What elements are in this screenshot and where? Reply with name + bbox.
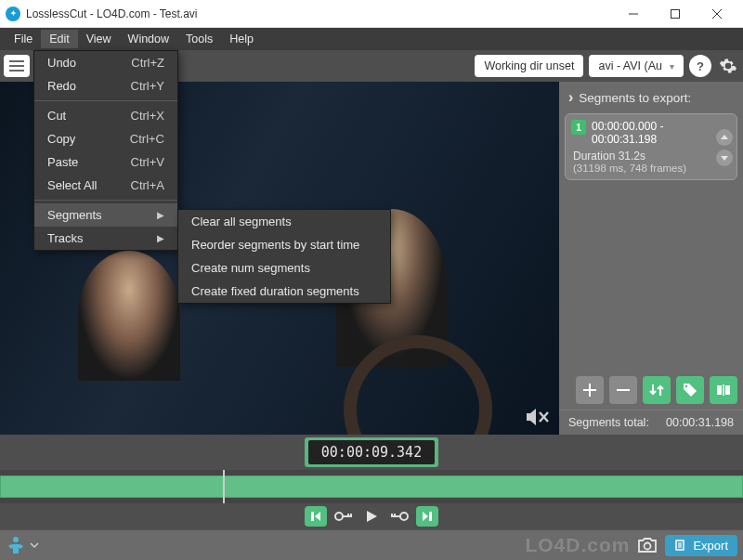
submenu-clear-segments[interactable]: Clear all segments <box>178 210 390 233</box>
menu-paste[interactable]: PasteCtrl+V <box>34 150 177 174</box>
segment-index: 1 <box>571 120 586 135</box>
timecode-display[interactable]: 00:00:09.342 <box>305 437 438 467</box>
settings-button[interactable] <box>717 55 739 77</box>
mark-out-icon <box>421 510 434 523</box>
plus-icon <box>581 382 598 398</box>
export-button[interactable]: Export <box>665 535 737 556</box>
maximize-button[interactable] <box>654 1 696 27</box>
minus-icon <box>615 382 632 398</box>
person-icon <box>6 535 26 555</box>
svg-rect-8 <box>717 385 722 395</box>
timecode-value: 00:00:09.342 <box>308 440 435 464</box>
mark-out-button[interactable] <box>416 506 438 527</box>
segment-move-up[interactable] <box>716 129 733 146</box>
window-title: LosslessCut - LO4D.com - Test.avi <box>26 7 612 20</box>
arrow-up-icon <box>720 133 729 142</box>
edit-menu-dropdown: UndoCtrl+Z RedoCtrl+Y CutCtrl+X CopyCtrl… <box>33 50 178 251</box>
bottombar: LO4D.com Export <box>0 529 743 560</box>
timecode-row: 00:00:09.342 <box>0 435 743 470</box>
tag-segment-button[interactable] <box>676 376 704 404</box>
arrow-down-icon <box>720 153 729 163</box>
svg-rect-1 <box>671 9 679 18</box>
close-button[interactable] <box>696 1 737 27</box>
svg-point-7 <box>685 385 688 388</box>
timeline[interactable] <box>0 470 743 503</box>
svg-point-15 <box>400 513 408 520</box>
menu-help[interactable]: Help <box>221 30 262 48</box>
svg-rect-17 <box>391 514 393 517</box>
menu-redo[interactable]: RedoCtrl+Y <box>34 74 177 98</box>
prev-keyframe-button[interactable] <box>332 506 355 527</box>
sort-segments-button[interactable] <box>643 376 671 404</box>
svg-rect-14 <box>350 514 352 517</box>
svg-rect-10 <box>723 384 724 396</box>
hamburger-button[interactable] <box>4 55 30 77</box>
sort-icon <box>649 383 664 397</box>
menu-segments[interactable]: Segments▶ <box>34 203 177 227</box>
segments-total-value: 00:00:31.198 <box>666 416 734 429</box>
segment-move-down[interactable] <box>716 150 733 166</box>
segment-frames: (31198 ms, 748 frames) <box>573 163 729 174</box>
help-button[interactable]: ? <box>689 55 711 77</box>
menu-tools[interactable]: Tools <box>177 30 221 48</box>
simple-mode-button[interactable] <box>6 535 26 555</box>
segments-sidebar: Segments to export: 1 00:00:00.000 - 00:… <box>559 82 743 435</box>
submenu-create-fixed-segments[interactable]: Create fixed duration segments <box>178 280 390 303</box>
svg-rect-18 <box>394 514 396 517</box>
app-icon: ✦ <box>6 7 20 21</box>
segment-times: 00:00:00.000 - 00:00:31.198 <box>592 120 729 146</box>
menu-select-all[interactable]: Select AllCtrl+A <box>34 174 177 197</box>
transport-controls <box>0 503 743 529</box>
key-prev-icon <box>334 511 353 522</box>
next-keyframe-button[interactable] <box>388 506 411 527</box>
svg-rect-13 <box>347 514 349 517</box>
titlebar: ✦ LosslessCut - LO4D.com - Test.avi <box>0 0 743 28</box>
svg-point-19 <box>13 537 19 542</box>
menu-copy[interactable]: CopyCtrl+C <box>34 127 177 150</box>
menu-tracks[interactable]: Tracks▶ <box>34 227 177 250</box>
svg-point-20 <box>645 543 651 550</box>
segment-tools <box>559 371 743 410</box>
segments-total-label: Segments total: <box>568 416 649 429</box>
submenu-create-num-segments[interactable]: Create num segments <box>178 256 390 280</box>
svg-rect-9 <box>725 385 730 395</box>
segments-total: Segments total: 00:00:31.198 <box>559 410 743 435</box>
split-icon <box>716 383 731 397</box>
mute-button[interactable] <box>526 407 550 427</box>
working-dir-button[interactable]: Working dir unset <box>475 55 583 77</box>
export-label: Export <box>693 539 728 553</box>
gear-icon <box>719 57 737 75</box>
capture-frame-button[interactable] <box>637 537 658 553</box>
menu-cut[interactable]: CutCtrl+X <box>34 104 177 127</box>
menu-window[interactable]: Window <box>120 30 177 48</box>
menu-view[interactable]: View <box>78 30 120 48</box>
segment-card[interactable]: 1 00:00:00.000 - 00:00:31.198 Duration 3… <box>565 113 737 180</box>
svg-rect-6 <box>617 389 630 391</box>
playhead[interactable] <box>223 470 225 503</box>
minimize-button[interactable] <box>612 1 654 27</box>
menubar: File Edit View Window Tools Help <box>0 28 743 50</box>
format-dropdown[interactable]: avi - AVI (Au <box>589 55 684 77</box>
menu-edit[interactable]: Edit <box>41 30 78 48</box>
camera-icon <box>637 537 658 553</box>
segments-header[interactable]: Segments to export: <box>559 82 743 113</box>
remove-segment-button[interactable] <box>609 376 637 404</box>
submenu-reorder-segments[interactable]: Reorder segments by start time <box>178 233 390 256</box>
key-next-icon <box>390 511 409 522</box>
mark-in-button[interactable] <box>305 506 327 527</box>
export-icon <box>674 539 687 552</box>
segments-submenu: Clear all segments Reorder segments by s… <box>177 209 391 304</box>
split-segment-button[interactable] <box>710 376 737 404</box>
menu-undo[interactable]: UndoCtrl+Z <box>34 51 177 74</box>
segment-duration: Duration 31.2s <box>573 150 729 163</box>
watermark: LO4D.com <box>525 534 630 556</box>
add-segment-button[interactable] <box>576 376 604 404</box>
tag-icon <box>683 383 697 397</box>
play-button[interactable] <box>360 506 383 527</box>
chevron-down-icon[interactable] <box>30 540 39 550</box>
play-icon <box>365 510 378 523</box>
speaker-mute-icon <box>526 407 550 427</box>
svg-point-11 <box>335 513 343 520</box>
timeline-segment[interactable] <box>0 475 743 498</box>
menu-file[interactable]: File <box>6 30 41 48</box>
